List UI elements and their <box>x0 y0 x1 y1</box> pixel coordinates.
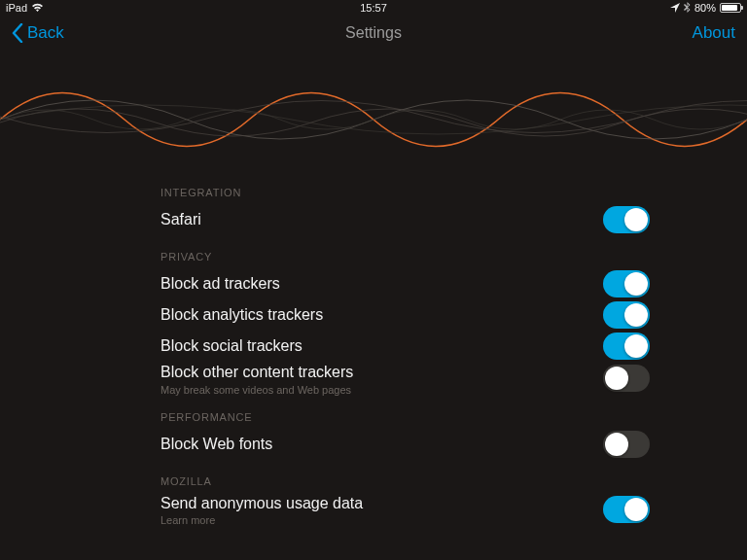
toggle-block-ad[interactable] <box>603 270 650 298</box>
setting-block-analytics: Block analytics trackers <box>160 299 650 331</box>
setting-label: Block social trackers <box>160 335 302 357</box>
status-time: 15:57 <box>360 2 387 14</box>
section-header-mozilla: MOZILLA <box>160 475 650 487</box>
setting-label: Send anonymous usage data <box>160 493 363 514</box>
page-title: Settings <box>345 24 402 42</box>
wifi-icon <box>31 3 44 13</box>
wave-decoration <box>0 47 747 192</box>
setting-label: Block ad trackers <box>160 273 280 295</box>
status-bar: iPad 15:57 80% <box>0 0 747 16</box>
setting-sublabel: May break some videos and Web pages <box>160 384 353 396</box>
setting-block-other: Block other content trackers May break s… <box>160 362 650 396</box>
toggle-block-analytics[interactable] <box>603 301 650 329</box>
about-button[interactable]: About <box>693 23 735 43</box>
toggle-send-data[interactable] <box>603 496 650 523</box>
setting-block-social: Block social trackers <box>160 331 650 362</box>
setting-label: Block analytics trackers <box>160 304 323 326</box>
toggle-block-other[interactable] <box>603 365 650 392</box>
toggle-safari[interactable] <box>603 206 650 233</box>
bluetooth-icon <box>684 2 691 14</box>
nav-bar: Back Settings About <box>0 16 747 51</box>
section-header-performance: PERFORMANCE <box>160 411 650 423</box>
setting-label: Safari <box>160 209 201 230</box>
location-icon <box>670 3 680 13</box>
toggle-block-social[interactable] <box>603 332 650 360</box>
setting-label: Block other content trackers <box>160 362 353 383</box>
back-label: Back <box>27 23 64 43</box>
setting-send-data: Send anonymous usage data Learn more <box>160 493 650 527</box>
device-label: iPad <box>6 2 27 14</box>
back-button[interactable]: Back <box>12 23 64 43</box>
setting-label: Block Web fonts <box>160 434 272 455</box>
battery-percent: 80% <box>694 2 716 14</box>
setting-block-ad: Block ad trackers <box>160 268 650 299</box>
setting-safari: Safari <box>160 204 650 235</box>
battery-icon <box>720 3 741 13</box>
section-header-privacy: PRIVACY <box>160 251 650 262</box>
learn-more-link[interactable]: Learn more <box>160 514 363 526</box>
setting-block-fonts: Block Web fonts <box>160 429 650 460</box>
settings-list: INTEGRATION Safari PRIVACY Block ad trac… <box>0 187 747 526</box>
toggle-block-fonts[interactable] <box>603 431 650 458</box>
